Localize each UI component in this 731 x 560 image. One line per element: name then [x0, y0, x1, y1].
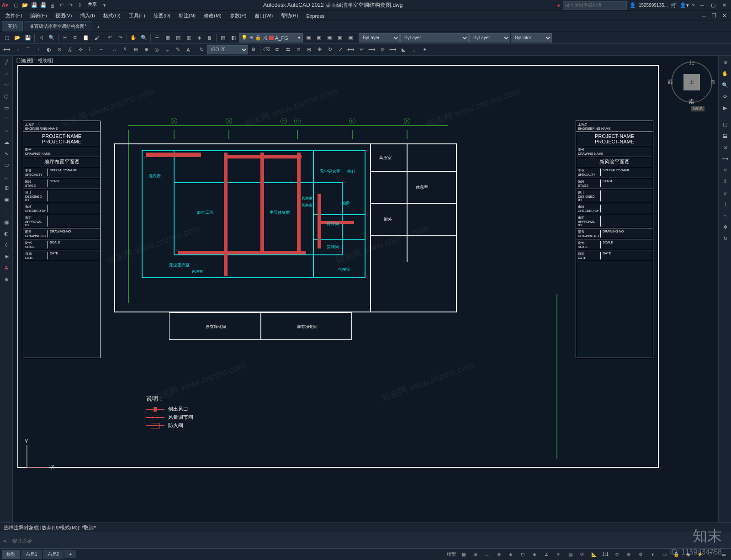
tb-layer-states-icon[interactable]: ◧: [228, 33, 238, 43]
search-input[interactable]: [563, 1, 627, 10]
qat-dropdown-icon[interactable]: ▾: [101, 1, 109, 10]
sb-otrack-icon[interactable]: ∠: [541, 549, 552, 560]
qat-redo-icon[interactable]: ↷: [67, 1, 75, 10]
menu-view[interactable]: 视图(V): [52, 11, 76, 20]
sb-quickprops-icon[interactable]: ▭: [659, 549, 670, 560]
dim-linear-icon[interactable]: ⟷: [2, 45, 12, 55]
sb-scale[interactable]: 1:1: [600, 549, 610, 560]
dimstyle-manage-icon[interactable]: ⚙: [249, 45, 259, 55]
menu-window[interactable]: 窗口(W): [251, 11, 276, 20]
mod-copy-icon[interactable]: ⧉: [272, 45, 282, 55]
sb-lwt-icon[interactable]: ≡: [553, 549, 564, 560]
minimize-button[interactable]: ─: [697, 1, 707, 10]
dim-space-icon[interactable]: ↔: [110, 45, 120, 55]
mod-stretch-icon[interactable]: ⟷: [346, 45, 356, 55]
dim-tedit-icon[interactable]: A: [183, 45, 193, 55]
draw-region-icon[interactable]: ◊: [1, 239, 12, 250]
cart-icon[interactable]: 🛒: [671, 2, 677, 8]
tb-props-icon[interactable]: ☰: [152, 33, 162, 43]
layout-tab-1[interactable]: 布局1: [21, 550, 42, 559]
draw-table-icon[interactable]: ⊞: [1, 251, 12, 262]
tab-start[interactable]: 开始: [2, 21, 23, 32]
mod-move-icon[interactable]: ✥: [314, 45, 324, 55]
mod-offset-icon[interactable]: ⧈: [293, 45, 303, 55]
command-input[interactable]: [12, 538, 727, 544]
draw-circle-icon[interactable]: ○: [1, 125, 12, 136]
sb-snap-icon[interactable]: ⊞: [470, 549, 481, 560]
viewcube-north[interactable]: 北: [689, 59, 694, 66]
dim-continue-icon[interactable]: ⊣: [96, 45, 106, 55]
sb-transparency-icon[interactable]: ▤: [565, 549, 576, 560]
qat-save-icon[interactable]: 💾: [30, 1, 38, 10]
viewport-label[interactable]: [-][俯视][二维线框]: [16, 58, 53, 64]
close-button[interactable]: ✕: [719, 1, 729, 10]
draw-block-icon[interactable]: ▣: [1, 194, 12, 205]
help2-icon[interactable]: ?: [692, 3, 694, 8]
dim-break-icon[interactable]: ⊻: [120, 45, 130, 55]
tb-copy-icon[interactable]: ⧉: [70, 33, 80, 43]
tb-pan-icon[interactable]: ✋: [128, 33, 138, 43]
qat-saveas-icon[interactable]: 💾: [39, 1, 48, 10]
wcs-badge[interactable]: WCS: [691, 106, 705, 111]
sb-annoscale-icon[interactable]: 📐: [588, 549, 599, 560]
qat-undo-icon[interactable]: ↶: [58, 1, 66, 10]
draw-revcloud-icon[interactable]: ☁: [1, 137, 12, 148]
mod-join-icon[interactable]: ⟶: [388, 45, 398, 55]
mod-mirror-icon[interactable]: ⇆: [283, 45, 293, 55]
viewcube-east[interactable]: 东: [710, 79, 715, 85]
tb-layertools3-icon[interactable]: ▣: [324, 33, 334, 43]
sb-3dosnap-icon[interactable]: ◈: [529, 549, 540, 560]
tb-toolpalette-icon[interactable]: ▤: [173, 33, 183, 43]
sb-isodraft-icon[interactable]: ◈: [505, 549, 516, 560]
tb-designcenter-icon[interactable]: ▦: [163, 33, 173, 43]
rt-presspull-icon[interactable]: ⇕: [720, 176, 731, 187]
sb-polar-icon[interactable]: ⊛: [493, 549, 504, 560]
tb-preview-icon[interactable]: 🔍: [47, 33, 57, 43]
tb-paste-icon[interactable]: 📋: [81, 33, 91, 43]
doc-restore-button[interactable]: ❐: [709, 12, 719, 20]
account-icon[interactable]: 👤▾: [680, 2, 689, 8]
menu-edit[interactable]: 编辑(E): [26, 11, 51, 20]
sb-osnap-icon[interactable]: ◻: [517, 549, 528, 560]
dim-radius-icon[interactable]: ◐: [44, 45, 54, 55]
nav-showmotion-icon[interactable]: ▶: [720, 102, 731, 113]
tb-layertools1-icon[interactable]: ▣: [303, 33, 313, 43]
tb-cut-icon[interactable]: ✂: [60, 33, 70, 43]
share-label[interactable]: 共享: [88, 1, 97, 10]
doc-close-button[interactable]: ✕: [719, 12, 729, 20]
tb-layertools2-icon[interactable]: ▣: [314, 33, 324, 43]
sb-gear-icon[interactable]: ⚙: [611, 549, 622, 560]
dim-ordinate-icon[interactable]: ⊥: [33, 45, 43, 55]
dim-diameter-icon[interactable]: ⊘: [54, 45, 64, 55]
viewcube-west[interactable]: 西: [668, 79, 673, 85]
draw-mtext-icon[interactable]: A: [1, 262, 12, 273]
viewcube-south[interactable]: 南: [689, 98, 694, 105]
mod-erase-icon[interactable]: ⌫: [262, 45, 272, 55]
user-icon[interactable]: 👤: [630, 2, 636, 8]
mod-explode-icon[interactable]: ✦: [419, 45, 429, 55]
help-icon[interactable]: ♥: [557, 3, 560, 8]
dim-quick-icon[interactable]: ⊹: [75, 45, 85, 55]
qat-new-icon[interactable]: ▢: [12, 1, 20, 10]
tb-layer-manage-icon[interactable]: ▤: [218, 33, 228, 43]
mod-rotate-icon[interactable]: ↻: [325, 45, 335, 55]
centermark-icon[interactable]: ⊕: [141, 45, 151, 55]
draw-rect-icon[interactable]: ▭: [1, 102, 12, 113]
menu-express[interactable]: Express: [302, 12, 328, 20]
rt-extrude-icon[interactable]: ⬓: [720, 130, 731, 141]
rt-revolve-icon[interactable]: ⊙: [720, 142, 731, 153]
mod-array-icon[interactable]: ⊞: [304, 45, 314, 55]
tab-add-button[interactable]: +: [93, 22, 103, 32]
menu-help[interactable]: 帮助(H): [277, 11, 302, 20]
command-input-row[interactable]: ▹_: [0, 533, 731, 548]
sb-model-icon[interactable]: 模型: [446, 549, 457, 560]
mod-trim-icon[interactable]: ✂: [356, 45, 366, 55]
menu-insert[interactable]: 插入(I): [76, 11, 98, 20]
lineweight-selector[interactable]: ByLayer: [469, 33, 510, 42]
draw-insert-icon[interactable]: ⊞: [1, 182, 12, 193]
dim-arc-icon[interactable]: ⌒: [23, 45, 33, 55]
layout-tab-add[interactable]: +: [64, 550, 76, 558]
color-selector[interactable]: ByLayer: [359, 33, 400, 42]
qat-open-icon[interactable]: 📂: [21, 1, 29, 10]
menu-modify[interactable]: 修改(M): [200, 11, 225, 20]
